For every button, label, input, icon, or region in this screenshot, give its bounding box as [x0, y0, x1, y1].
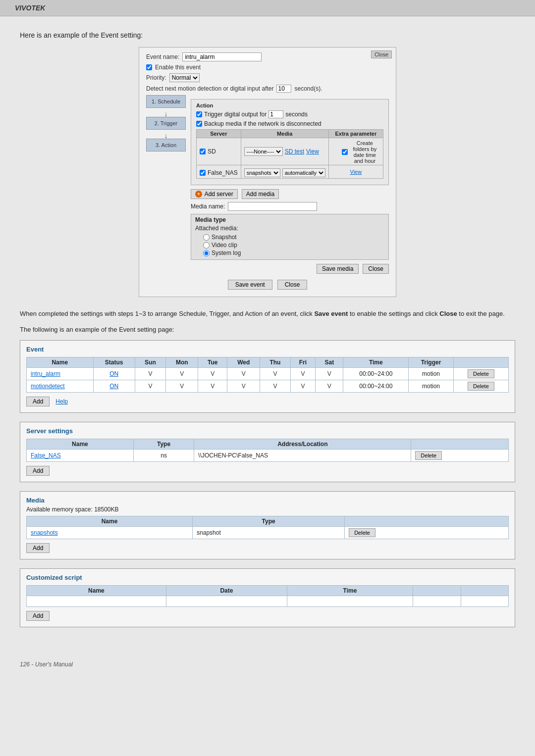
body-text-1: When completed the settings with steps 1… [20, 310, 314, 317]
script-add-row: Add [26, 611, 509, 621]
intru-alarm-link[interactable]: intru_alarm [31, 370, 60, 377]
sd-view-link[interactable]: View [306, 148, 319, 155]
script-table-header-row: Name Date Time [27, 586, 509, 596]
detect-input[interactable] [276, 85, 291, 93]
server-media-table: Server Media Extra parameter [196, 129, 383, 179]
nas-checkbox[interactable] [200, 170, 206, 176]
server-row1-delete: Delete [411, 450, 509, 462]
step-1-label: 1. Schedule [152, 99, 180, 104]
col-thu: Thu [260, 357, 290, 368]
media-section: Media Available memory space: 18500KB Na… [20, 491, 515, 559]
trigger-output-checkbox[interactable] [196, 111, 202, 117]
script-empty-row [27, 596, 509, 607]
media-delete-button[interactable]: Delete [349, 528, 375, 537]
motiondetect-link[interactable]: motiondetect [31, 383, 65, 390]
nas-cell: False_NAS [197, 165, 241, 179]
event-name-input[interactable] [182, 52, 262, 61]
col-sun: Sun [135, 357, 165, 368]
create-folders-checkbox[interactable] [342, 149, 348, 155]
add-server-button[interactable]: + Add server [191, 189, 238, 199]
script-col-time: Time [287, 586, 413, 596]
plus-icon: + [195, 191, 202, 198]
event-table-header-row: Name Status Sun Mon Tue Wed Thu Fri Sat … [27, 357, 509, 368]
server-col-action [411, 439, 509, 450]
script-add-button[interactable]: Add [26, 611, 50, 621]
step-3-block: 3. Action [146, 139, 186, 151]
event-dialog: Close Event name: Enable this event Prio… [139, 47, 396, 297]
media-name-row: Media name: [191, 202, 389, 211]
close-event-button[interactable]: Close [277, 280, 308, 290]
row2-sat: V [316, 380, 343, 393]
sd-checkbox[interactable] [200, 149, 206, 154]
help-link[interactable]: Help [55, 398, 68, 405]
server-delete-button[interactable]: Delete [415, 451, 442, 460]
save-event-button[interactable]: Save event [228, 280, 272, 290]
sd-extra-cell: Create folders by date time and hour [328, 138, 383, 165]
event-name-row: Event name: [146, 52, 389, 61]
row1-tue: V [198, 368, 227, 380]
table-row: False_NAS ns \\JOCHEN-PC\False_NAS Delet… [27, 450, 509, 462]
col-time: Time [343, 357, 409, 368]
col-status: Status [93, 357, 135, 368]
system-log-radio-row: System log [203, 250, 384, 256]
col-sat: Sat [316, 357, 343, 368]
media-col-action [345, 516, 509, 527]
media-add-button[interactable]: Add [26, 543, 50, 553]
row1-status: ON [93, 368, 135, 380]
nas-auto-select[interactable]: automatically [282, 168, 325, 177]
sd-test-link[interactable]: SD test [285, 148, 304, 155]
media-name-input[interactable] [228, 202, 317, 211]
row2-fri: V [290, 380, 316, 393]
media-name-label: Media name: [191, 203, 225, 210]
add-media-button[interactable]: Add media [242, 189, 279, 199]
snapshot-radio[interactable] [203, 234, 210, 241]
script-col-empty1 [413, 586, 461, 596]
nas-snapshots-select[interactable]: snapshots [244, 168, 280, 177]
video-clip-radio[interactable] [203, 242, 210, 249]
col-mon: Mon [166, 357, 198, 368]
priority-select[interactable]: Normal [169, 73, 200, 82]
snapshot-label: Snapshot [212, 234, 237, 241]
event-bottom-buttons: Save event Close [146, 280, 389, 290]
footer-text: 126 - User's Manual [20, 661, 73, 668]
row2-trigger: motion [409, 380, 454, 393]
script-empty-5 [461, 596, 508, 607]
col-fri: Fri [290, 357, 316, 368]
server-add-button[interactable]: Add [26, 466, 50, 476]
script-table: Name Date Time [26, 585, 509, 607]
server-col-name: Name [27, 439, 134, 450]
server-row1-name: False_NAS [27, 450, 134, 462]
close-media-button[interactable]: Close [363, 264, 389, 274]
row1-sat: V [316, 368, 343, 380]
media-section-header: Media [26, 497, 509, 504]
detect-row: Detect next motion detection or digital … [146, 85, 389, 93]
sd-none-select[interactable]: ----None---- [244, 147, 283, 156]
row2-on-status[interactable]: ON [109, 383, 118, 390]
row1-on-status[interactable]: ON [109, 370, 118, 377]
media-type-box: Media type Attached media: Snapshot Vide… [191, 214, 389, 260]
col-trigger: Trigger [409, 357, 454, 368]
row2-wed: V [227, 380, 260, 393]
script-col-date: Date [166, 586, 287, 596]
row1-delete-button[interactable]: Delete [468, 369, 494, 378]
snapshots-link[interactable]: snapshots [31, 529, 58, 536]
add-buttons-row: + Add server Add media [191, 189, 389, 199]
row2-delete: Delete [453, 380, 508, 393]
server-section-header: Server settings [26, 427, 509, 435]
dialog-close-button[interactable]: Close [371, 50, 392, 58]
event-add-button[interactable]: Add [26, 397, 50, 406]
system-log-radio[interactable] [203, 250, 210, 256]
false-nas-link[interactable]: False_NAS [31, 452, 61, 459]
nas-view-link[interactable]: View [350, 169, 362, 175]
media-footer-buttons: Save media Close [191, 264, 389, 274]
script-col-name: Name [27, 586, 166, 596]
save-media-button[interactable]: Save media [317, 264, 359, 274]
trigger-output-label: Trigger digital output for [204, 111, 267, 118]
row1-wed: V [227, 368, 260, 380]
row2-delete-button[interactable]: Delete [468, 382, 494, 391]
backup-checkbox[interactable] [196, 121, 202, 127]
enable-row: Enable this event [146, 64, 389, 71]
enable-checkbox[interactable] [146, 64, 152, 70]
script-section: Customized script Name Date Time [20, 568, 515, 627]
trigger-value-input[interactable] [268, 110, 283, 118]
